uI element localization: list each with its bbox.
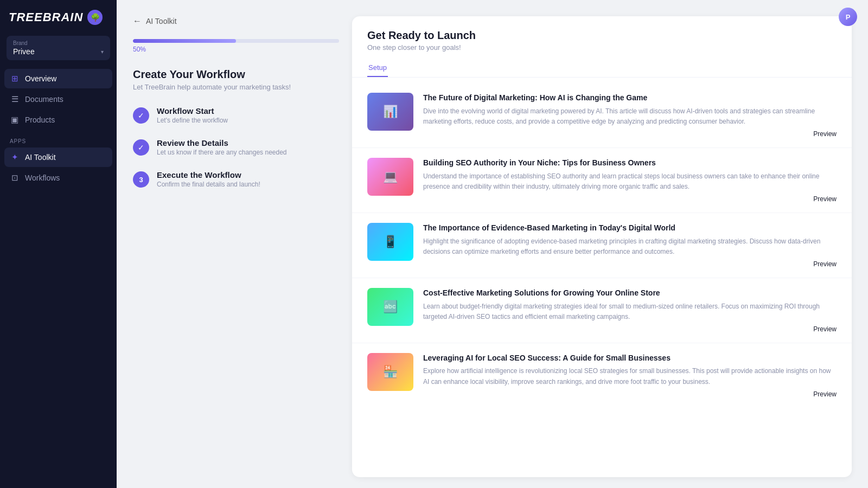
left-panel: ← AI Toolkit 50% Create Your Workflow Le… — [133, 16, 339, 477]
logo-area: TREEBRAIN 🌳 — [0, 0, 117, 34]
articles-list: 📊 The Future of Digital Marketing: How A… — [352, 78, 852, 477]
thumb-1-icon: 📊 — [367, 93, 413, 131]
step-1-desc: Let's define the workflow — [157, 117, 228, 124]
step-2-title: Review the Details — [157, 138, 287, 147]
article-1-preview-button[interactable]: Preview — [813, 130, 837, 138]
article-3-desc: Highlight the significance of adopting e… — [423, 236, 837, 257]
step-1-title: Workflow Start — [157, 106, 228, 115]
apps-section-label: APPS — [0, 131, 117, 147]
thumb-3-icon: 📱 — [367, 223, 413, 261]
list-item: 🏪 Leveraging AI for Local SEO Success: A… — [352, 343, 852, 408]
article-2-desc: Understand the importance of establishin… — [423, 171, 837, 192]
main-content: P ← AI Toolkit 50% Create Your Workflow … — [117, 0, 868, 488]
progress-bar-fill — [133, 39, 236, 43]
brand-name: Privee ▾ — [13, 47, 104, 56]
documents-icon: ☰ — [10, 94, 20, 104]
sidebar-item-label: Overview — [25, 74, 56, 83]
step-1-icon: ✓ — [133, 107, 149, 124]
apps-nav: ✦ AI Toolkit ⊡ Workflows — [0, 147, 117, 189]
article-4-title: Cost-Effective Marketing Solutions for G… — [423, 288, 837, 299]
list-item: 📱 The Importance of Evidence-Based Marke… — [352, 213, 852, 278]
sidebar-item-products[interactable]: ▣ Products — [4, 110, 112, 130]
tab-setup[interactable]: Setup — [367, 59, 388, 77]
tabs-bar: Setup — [367, 59, 837, 77]
article-2-thumbnail: 💻 — [367, 158, 413, 196]
workflow-title: Create Your Workflow — [133, 68, 339, 81]
progress-bar-track — [133, 39, 339, 43]
step-3-icon: 3 — [133, 171, 149, 188]
brand-label: Brand — [13, 40, 104, 46]
right-panel-title: Get Ready to Launch — [367, 29, 837, 42]
logo-icon: 🌳 — [87, 10, 103, 25]
sidebar-item-label: AI Toolkit — [25, 153, 56, 162]
sidebar-item-workflows[interactable]: ⊡ Workflows — [4, 168, 112, 188]
sidebar-item-label: Products — [25, 115, 55, 124]
app-name: TREEBRAIN — [9, 10, 83, 24]
sidebar: TREEBRAIN 🌳 Brand Privee ▾ ⊞ Overview ☰ … — [0, 0, 117, 488]
right-panel-subtitle: One step closer to your goals! — [367, 43, 837, 52]
workflow-subtitle: Let TreeBrain help automate your marketi… — [133, 83, 339, 91]
back-arrow-icon: ← — [133, 16, 142, 26]
article-4-preview-button[interactable]: Preview — [813, 325, 837, 333]
list-item: 💻 Building SEO Authority in Your Niche: … — [352, 148, 852, 213]
sidebar-item-label: Workflows — [25, 174, 60, 182]
thumb-4-icon: 🔤 — [367, 288, 413, 326]
article-1-thumbnail: 📊 — [367, 93, 413, 131]
sidebar-item-ai-toolkit[interactable]: ✦ AI Toolkit — [4, 147, 112, 167]
article-5-title: Leveraging AI for Local SEO Success: A G… — [423, 353, 837, 364]
thumb-2-icon: 💻 — [367, 158, 413, 196]
article-1-title: The Future of Digital Marketing: How AI … — [423, 93, 837, 104]
sidebar-item-documents[interactable]: ☰ Documents — [4, 89, 112, 109]
article-3-preview-button[interactable]: Preview — [813, 260, 837, 268]
workflows-icon: ⊡ — [10, 173, 20, 183]
step-2-desc: Let us know if there are any changes nee… — [157, 149, 287, 156]
right-header: Get Ready to Launch One step closer to y… — [352, 16, 852, 78]
step-3: 3 Execute the Workflow Confirm the final… — [133, 170, 339, 188]
chevron-down-icon: ▾ — [101, 49, 104, 55]
article-2-preview-button[interactable]: Preview — [813, 195, 837, 203]
article-5-desc: Explore how artificial intelligence is r… — [423, 366, 837, 387]
products-icon: ▣ — [10, 115, 20, 125]
step-2-icon: ✓ — [133, 139, 149, 156]
list-item: 🔤 Cost-Effective Marketing Solutions for… — [352, 278, 852, 343]
ai-toolkit-icon: ✦ — [10, 152, 20, 162]
sidebar-item-label: Documents — [25, 95, 63, 104]
list-item: 📊 The Future of Digital Marketing: How A… — [352, 83, 852, 148]
article-5-thumbnail: 🏪 — [367, 353, 413, 391]
step-2: ✓ Review the Details Let us know if ther… — [133, 138, 339, 156]
overview-icon: ⊞ — [10, 74, 20, 84]
brand-selector[interactable]: Brand Privee ▾ — [7, 36, 110, 60]
step-1: ✓ Workflow Start Let's define the workfl… — [133, 106, 339, 124]
article-4-thumbnail: 🔤 — [367, 288, 413, 326]
back-link[interactable]: ← AI Toolkit — [133, 16, 339, 26]
right-panel: Get Ready to Launch One step closer to y… — [352, 16, 852, 477]
article-5-preview-button[interactable]: Preview — [813, 390, 837, 398]
progress-label: 50% — [133, 46, 339, 53]
step-3-title: Execute the Workflow — [157, 170, 260, 179]
thumb-5-icon: 🏪 — [367, 353, 413, 391]
main-nav: ⊞ Overview ☰ Documents ▣ Products — [0, 69, 117, 131]
progress-bar-container: 50% — [133, 39, 339, 53]
avatar[interactable]: P — [839, 8, 857, 26]
article-3-title: The Importance of Evidence-Based Marketi… — [423, 223, 837, 234]
sidebar-item-overview[interactable]: ⊞ Overview — [4, 69, 112, 88]
step-3-desc: Confirm the final details and launch! — [157, 181, 260, 188]
article-3-thumbnail: 📱 — [367, 223, 413, 261]
article-2-title: Building SEO Authority in Your Niche: Ti… — [423, 158, 837, 169]
article-1-desc: Dive into the evolving world of digital … — [423, 106, 837, 127]
article-4-desc: Learn about budget-friendly digital mark… — [423, 301, 837, 322]
